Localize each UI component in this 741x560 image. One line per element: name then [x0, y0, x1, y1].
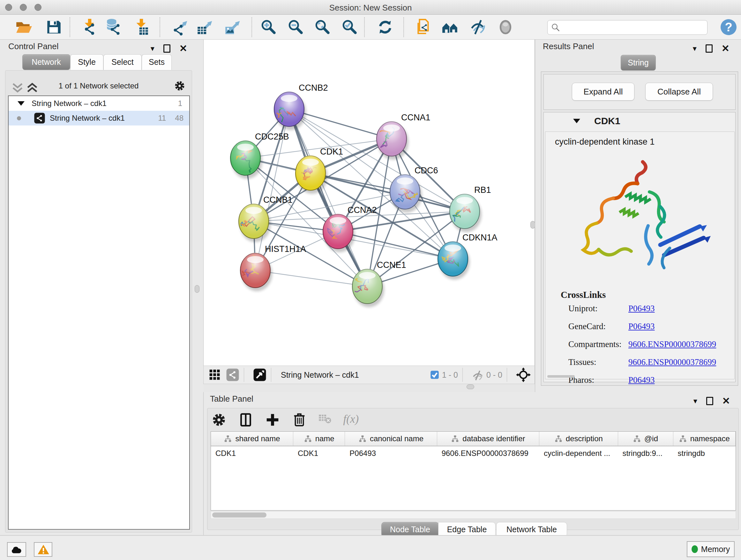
zoom-out-button[interactable]	[287, 18, 305, 36]
crosslink-link[interactable]: 9606.ENSP00000378699	[628, 339, 716, 349]
network-badge-icon[interactable]	[226, 368, 239, 381]
table-panel-menu-icon[interactable]: ▾	[693, 396, 697, 406]
column-header-database-identifier[interactable]: database identifier	[437, 432, 540, 446]
crosslink-label: Tissues:	[568, 357, 596, 367]
show-all-button[interactable]	[496, 18, 515, 36]
grid-view-icon[interactable]	[208, 368, 221, 381]
hide-selected-button[interactable]	[469, 18, 487, 36]
splitter-handle[interactable]	[467, 384, 474, 389]
table-hscrollbar-thumb[interactable]	[212, 512, 266, 517]
memory-label: Memory	[701, 545, 730, 554]
column-header-@id[interactable]: @id	[618, 432, 673, 446]
tab-network[interactable]: Network	[22, 54, 70, 70]
import-table-button[interactable]	[132, 18, 150, 36]
splitter-handle[interactable]	[530, 221, 535, 229]
edge-CCNB2-CCNE1[interactable]	[289, 109, 367, 287]
add-column-icon[interactable]	[264, 412, 281, 428]
crosslink-link[interactable]: P06493	[628, 304, 655, 314]
cell-2[interactable]: P06493	[345, 446, 437, 460]
cdk1-entry-header[interactable]: CDK1	[544, 112, 735, 130]
warnings-button[interactable]	[34, 542, 52, 557]
expand-all-button[interactable]: Expand All	[572, 83, 634, 101]
cell-4[interactable]: cyclin-dependent ...	[539, 446, 618, 460]
tab-style[interactable]: Style	[70, 54, 104, 70]
memory-button[interactable]: Memory	[687, 541, 735, 557]
import-network-button[interactable]	[80, 18, 98, 36]
network-collection-row[interactable]: String Network – cdk1 1	[9, 96, 189, 111]
results-panel-close-icon[interactable]: ✕	[722, 43, 730, 54]
show-columns-icon[interactable]	[238, 412, 254, 428]
node-CCNA1[interactable]: CCNA1	[375, 113, 430, 160]
node-CDC25B[interactable]: CDC25B	[230, 132, 289, 179]
crosslink-link[interactable]: P06493	[628, 321, 655, 331]
open-session-button[interactable]	[15, 18, 32, 36]
network-row[interactable]: String Network – cdk1 11 48	[9, 111, 189, 125]
cell-1[interactable]: CDK1	[293, 446, 345, 460]
entry-collapse-icon[interactable]	[573, 119, 580, 123]
tab-string[interactable]: String	[621, 55, 656, 71]
zoom-fit-button[interactable]	[314, 18, 332, 36]
results-hscrollbar-thumb[interactable]	[547, 375, 575, 378]
selected-checkbox-icon[interactable]	[430, 370, 440, 380]
refresh-button[interactable]	[376, 18, 394, 36]
import-database-button[interactable]	[105, 18, 122, 36]
crosslink-link[interactable]: 9606.ENSP00000378699	[628, 357, 716, 367]
search-input[interactable]	[562, 23, 707, 32]
cell-5[interactable]: stringdb:9...	[618, 446, 673, 460]
first-neighbors-button[interactable]	[441, 18, 459, 36]
table-panel-title: Table Panel	[210, 394, 253, 407]
column-header-namespace[interactable]: namespace	[673, 432, 736, 446]
node-CDC6[interactable]: CDC6	[390, 166, 438, 212]
node-RB1[interactable]: RB1	[450, 185, 491, 232]
collapse-all-button[interactable]: Collapse All	[645, 83, 713, 101]
column-header-name[interactable]: name	[293, 432, 345, 446]
network-options-gear-icon[interactable]	[173, 79, 186, 92]
network-canvas[interactable]: CCNB2 CCNA1 CDC25B CDK1 CDC6 RB1 CCNB1	[203, 40, 535, 366]
tab-select[interactable]: Select	[104, 54, 142, 70]
export-table-button[interactable]	[196, 18, 213, 36]
table-panel-close-icon[interactable]: ✕	[722, 395, 730, 407]
cell-6[interactable]: stringdb	[673, 446, 736, 460]
birdseye-view-icon[interactable]	[253, 368, 266, 381]
separator	[462, 368, 463, 382]
crosslink-link[interactable]: P06493	[628, 375, 655, 385]
cloud-icon	[10, 544, 23, 555]
export-image-button[interactable]	[223, 18, 241, 36]
control-panel-menu-icon[interactable]: ▾	[151, 44, 154, 53]
tab-sets[interactable]: Sets	[142, 54, 172, 70]
node-CDKN1A[interactable]: CDKN1A	[438, 233, 497, 280]
column-header-canonical-name[interactable]: canonical name	[345, 432, 437, 446]
copy-network-button[interactable]	[415, 18, 433, 36]
help-button[interactable]: ?	[720, 18, 737, 36]
column-header-description[interactable]: description	[539, 432, 618, 446]
cloud-status-button[interactable]	[7, 542, 26, 557]
splitter-handle[interactable]	[195, 285, 199, 293]
svg-text:f(x): f(x)	[343, 413, 359, 425]
control-panel-close-icon[interactable]: ✕	[179, 43, 187, 54]
toolbar-separator	[403, 17, 404, 37]
collapse-all-icon[interactable]	[10, 80, 24, 91]
zoom-in-button[interactable]	[260, 18, 278, 36]
zoom-selected-button[interactable]	[341, 18, 359, 36]
control-panel-float-icon[interactable]	[163, 44, 171, 53]
table-hscrollbar[interactable]	[211, 511, 736, 519]
results-panel-float-icon[interactable]	[705, 44, 713, 53]
node-CDK1[interactable]: CDK1	[295, 147, 343, 194]
collection-expand-icon[interactable]	[17, 101, 24, 106]
cell-0[interactable]: CDK1	[211, 446, 293, 460]
column-header-shared-name[interactable]: shared name	[211, 432, 293, 446]
entry-description: cyclin-dependent kinase 1	[555, 137, 655, 147]
table-panel-float-icon[interactable]	[706, 397, 713, 405]
node-HIST1H1A[interactable]: HIST1H1A	[240, 244, 306, 291]
save-session-button[interactable]	[45, 18, 63, 36]
results-panel-menu-icon[interactable]: ▾	[693, 44, 697, 53]
cell-3[interactable]: 9606.ENSP00000378699	[437, 446, 539, 460]
search-field[interactable]	[547, 20, 708, 35]
edge-CCNA2-CDKN1A[interactable]	[338, 232, 453, 259]
fit-selected-crosshair-icon[interactable]	[516, 368, 531, 382]
table-row[interactable]: CDK1CDK1P064939606.ENSP00000378699cyclin…	[211, 446, 736, 460]
hidden-eye-icon[interactable]	[472, 369, 484, 380]
table-options-gear-icon[interactable]	[211, 412, 227, 428]
export-network-button[interactable]	[171, 18, 189, 36]
delete-column-icon[interactable]	[291, 412, 308, 428]
